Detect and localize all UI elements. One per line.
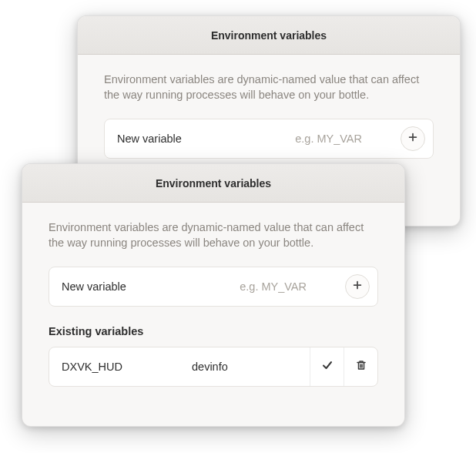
new-variable-label: New variable: [117, 133, 295, 145]
window-title: Environment variables: [211, 29, 327, 42]
new-variable-placeholder: e.g. MY_VAR: [240, 280, 307, 293]
trash-icon: [355, 359, 367, 374]
titlebar: Environment variables: [22, 164, 404, 203]
plus-icon: [407, 132, 418, 146]
description-text: Environment variables are dynamic-named …: [104, 72, 434, 103]
check-icon: [321, 359, 334, 374]
close-button[interactable]: [377, 175, 394, 192]
window-title: Environment variables: [156, 177, 271, 190]
add-variable-button[interactable]: [345, 274, 370, 299]
new-variable-placeholder: e.g. MY_VAR: [295, 133, 362, 145]
existing-variables-title: Existing variables: [49, 325, 378, 337]
variable-name-field[interactable]: DXVK_HUD: [49, 361, 179, 373]
new-variable-label: New variable: [62, 280, 240, 293]
titlebar: Environment variables: [78, 16, 460, 55]
description-text: Environment variables are dynamic-named …: [49, 220, 378, 251]
save-variable-button[interactable]: [310, 347, 344, 386]
variable-value-field[interactable]: devinfo: [179, 361, 310, 373]
env-vars-dialog-front: Environment variables Environment variab…: [22, 163, 405, 427]
existing-variable-row: DXVK_HUD devinfo: [49, 347, 378, 387]
content-area: Environment variables are dynamic-named …: [78, 55, 460, 180]
delete-variable-button[interactable]: [344, 347, 377, 386]
add-variable-button[interactable]: [401, 126, 425, 151]
close-button[interactable]: [432, 27, 449, 44]
new-variable-row[interactable]: New variable e.g. MY_VAR: [104, 119, 434, 159]
content-area: Environment variables are dynamic-named …: [22, 203, 404, 408]
plus-icon: [352, 280, 363, 294]
new-variable-row[interactable]: New variable e.g. MY_VAR: [49, 267, 378, 307]
